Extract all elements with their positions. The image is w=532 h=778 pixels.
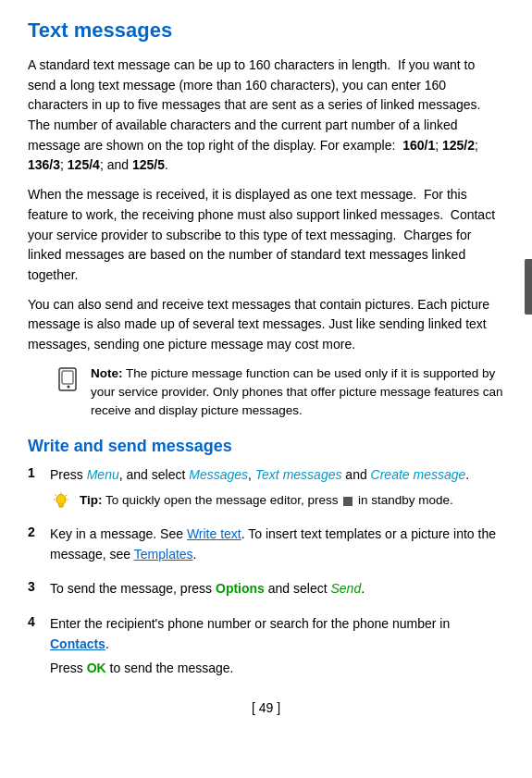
step-3-text: To send the message, press Options and s…: [50, 579, 504, 599]
note-text: Note: The picture message function can b…: [91, 364, 504, 421]
text-messages-link[interactable]: Text messages: [255, 467, 342, 482]
note-box: Note: The picture message function can b…: [56, 364, 504, 421]
svg-point-2: [68, 385, 70, 388]
bold-example-5: 125/5: [132, 157, 165, 172]
note-phone-icon: [56, 366, 81, 392]
step-4-subtext: Press OK to send the message.: [50, 659, 504, 679]
step-2-text: Key in a message. See Write text. To ins…: [50, 525, 504, 564]
intro-para-2: When the message is received, it is disp…: [28, 185, 504, 285]
templates-link[interactable]: Templates: [134, 547, 193, 562]
right-tab-indicator: [525, 259, 532, 315]
svg-rect-1: [62, 371, 73, 384]
options-link[interactable]: Options: [216, 581, 265, 596]
messages-link[interactable]: Messages: [189, 467, 248, 482]
svg-point-3: [56, 495, 66, 505]
bold-example-2: 125/2: [442, 138, 475, 153]
step-4-content: Enter the recipient's phone number or se…: [50, 614, 504, 682]
svg-rect-5: [59, 506, 64, 508]
step-3: 3 To send the message, press Options and…: [28, 579, 504, 603]
step-1-number: 1: [28, 465, 50, 480]
note-body: The picture message function can be used…: [91, 366, 503, 418]
standby-button-icon: [343, 497, 353, 506]
tip-text: Tip: To quickly open the message editor,…: [80, 491, 453, 510]
note-label: Note:: [91, 366, 123, 380]
bold-example-3: 136/3: [28, 157, 60, 172]
step-2-number: 2: [28, 525, 50, 539]
page-number: [ 49 ]: [28, 700, 504, 715]
step-4: 4 Enter the recipient's phone number or …: [28, 614, 504, 682]
svg-rect-4: [58, 504, 64, 506]
svg-line-7: [56, 495, 57, 497]
intro-para-3: You can also send and receive text messa…: [28, 295, 504, 355]
step-2: 2 Key in a message. See Write text. To i…: [28, 525, 504, 568]
ok-link[interactable]: OK: [87, 661, 106, 675]
step-3-number: 3: [28, 579, 50, 594]
step-1: 1 Press Menu, and select Messages, Text …: [28, 465, 504, 513]
note-icon: [56, 366, 81, 392]
lightbulb-svg: [50, 491, 72, 513]
step-4-number: 4: [28, 614, 50, 629]
tip-lightbulb-icon: [50, 491, 72, 513]
tip-box: Tip: To quickly open the message editor,…: [50, 491, 504, 513]
page-title: Text messages: [28, 19, 504, 43]
step-4-text: Enter the recipient's phone number or se…: [50, 614, 504, 654]
bold-example-4: 125/4: [68, 157, 100, 172]
svg-line-8: [66, 495, 68, 497]
step-3-content: To send the message, press Options and s…: [50, 579, 504, 603]
contacts-link[interactable]: Contacts: [50, 636, 105, 651]
tip-label: Tip:: [80, 493, 103, 507]
send-link[interactable]: Send: [331, 581, 362, 596]
step-1-text: Press Menu, and select Messages, Text me…: [50, 465, 504, 486]
bold-examples: 160/1: [402, 138, 435, 153]
steps-list: 1 Press Menu, and select Messages, Text …: [28, 465, 504, 682]
create-message-link[interactable]: Create message: [371, 467, 466, 482]
write-text-link[interactable]: Write text: [187, 526, 241, 541]
step-1-content: Press Menu, and select Messages, Text me…: [50, 465, 504, 513]
step-2-content: Key in a message. See Write text. To ins…: [50, 525, 504, 568]
section-title: Write and send messages: [28, 437, 504, 456]
intro-para-1: A standard text message can be up to 160…: [28, 56, 504, 176]
menu-link[interactable]: Menu: [87, 467, 119, 482]
